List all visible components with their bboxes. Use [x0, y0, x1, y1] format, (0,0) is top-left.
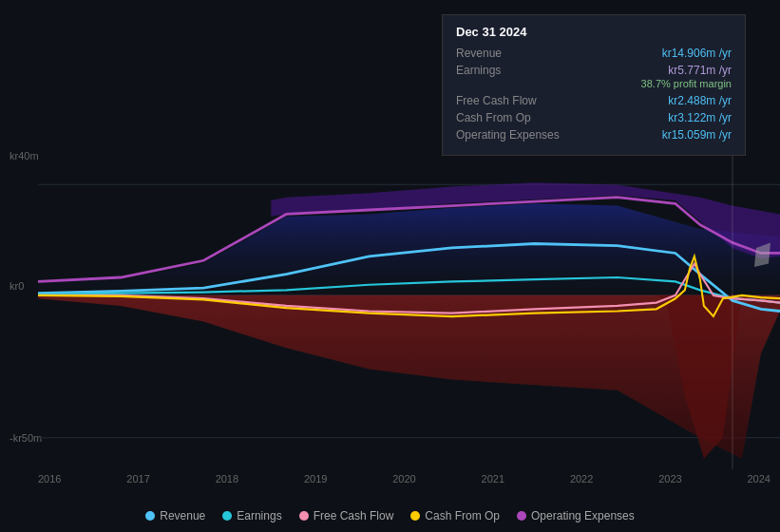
x-label-2024: 2024 — [748, 473, 770, 484]
legend-fcf-dot — [299, 511, 309, 521]
x-label-2016: 2016 — [38, 473, 61, 484]
tooltip-opex-value: kr15.059m /yr — [662, 128, 732, 142]
legend-earnings-dot — [222, 511, 232, 521]
tooltip-opex-label: Operating Expenses — [456, 128, 570, 142]
tooltip-cashfromop-row: Cash From Op kr3.122m /yr — [456, 111, 732, 124]
x-label-2023: 2023 — [658, 473, 681, 484]
legend-cashfromop[interactable]: Cash From Op — [410, 509, 500, 522]
x-label-2021: 2021 — [482, 473, 504, 484]
legend-fcf[interactable]: Free Cash Flow — [299, 509, 394, 522]
x-label-2019: 2019 — [304, 473, 327, 484]
legend-earnings[interactable]: Earnings — [222, 509, 281, 522]
legend-opex-dot — [517, 511, 526, 521]
chart-container — [38, 142, 780, 480]
legend-opex[interactable]: Operating Expenses — [517, 509, 635, 522]
x-label-2017: 2017 — [126, 473, 149, 484]
legend-revenue-dot — [145, 511, 155, 521]
tooltip-earnings-value: kr5.771m /yr38.7% profit margin — [641, 64, 732, 90]
tooltip-opex-row: Operating Expenses kr15.059m /yr — [456, 128, 732, 142]
x-label-2020: 2020 — [392, 473, 415, 484]
tooltip-card: Dec 31 2024 Revenue kr14.906m /yr Earnin… — [442, 14, 746, 156]
tooltip-earnings-label: Earnings — [456, 64, 570, 90]
tooltip-date: Dec 31 2024 — [456, 25, 732, 39]
y-label-mid: kr0 — [10, 280, 24, 292]
legend-cashfromop-label: Cash From Op — [425, 509, 500, 522]
chart-legend: Revenue Earnings Free Cash Flow Cash Fro… — [0, 509, 780, 522]
y-label-top: kr40m — [10, 150, 39, 162]
tooltip-cashfromop-label: Cash From Op — [456, 111, 570, 124]
tooltip-revenue-row: Revenue kr14.906m /yr — [456, 47, 732, 60]
x-label-2018: 2018 — [216, 473, 238, 484]
legend-revenue[interactable]: Revenue — [145, 509, 205, 522]
x-labels: 2016 2017 2018 2019 2020 2021 2022 2023 … — [38, 473, 770, 484]
legend-revenue-label: Revenue — [160, 509, 205, 522]
tooltip-fcf-row: Free Cash Flow kr2.488m /yr — [456, 94, 732, 107]
profit-margin: 38.7% profit margin — [641, 78, 732, 89]
legend-cashfromop-dot — [410, 511, 420, 521]
tooltip-earnings-row: Earnings kr5.771m /yr38.7% profit margin — [456, 64, 732, 90]
tooltip-revenue-label: Revenue — [456, 47, 570, 60]
legend-fcf-label: Free Cash Flow — [314, 509, 394, 522]
tooltip-cashfromop-value: kr3.122m /yr — [668, 111, 732, 124]
legend-earnings-label: Earnings — [237, 509, 281, 522]
legend-opex-label: Operating Expenses — [531, 509, 635, 522]
tooltip-revenue-value: kr14.906m /yr — [662, 47, 732, 60]
tooltip-fcf-value: kr2.488m /yr — [668, 94, 732, 107]
x-label-2022: 2022 — [570, 473, 593, 484]
tooltip-fcf-label: Free Cash Flow — [456, 94, 570, 107]
